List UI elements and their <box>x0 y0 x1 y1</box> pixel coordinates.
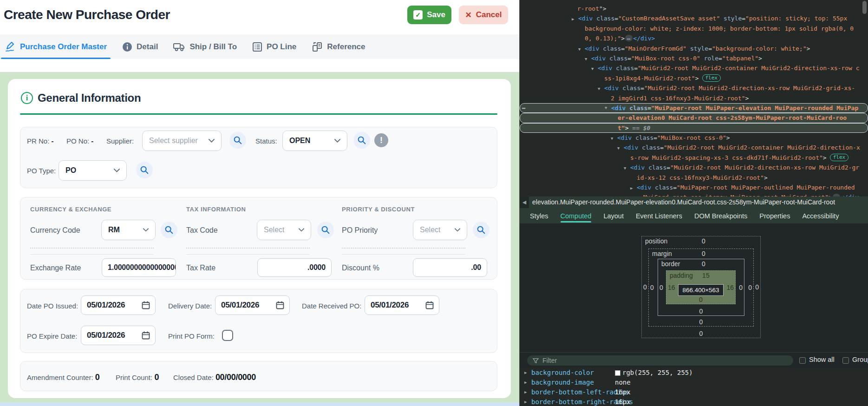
box-model-padding[interactable]: padding 15 16 16 0 866.400×563 <box>666 270 736 304</box>
expand-arrow-icon[interactable]: ▶ <box>524 378 527 387</box>
tax-code-search-button[interactable] <box>317 222 334 238</box>
horizontal-scrollbar[interactable] <box>0 402 519 406</box>
page-title: Create New Purchase Order <box>4 7 170 22</box>
po-priority-placeholder: Select <box>420 226 440 234</box>
search-icon <box>320 225 331 235</box>
node-gutter-dots-icon[interactable]: ⋯ <box>522 104 526 113</box>
date-po-issued-label: Date PO Issued: <box>27 302 78 310</box>
po-expire-date-input[interactable]: 05/01/2026 <box>81 326 156 345</box>
flex-badge[interactable]: flex <box>702 74 721 82</box>
border-left: 0 <box>659 284 663 291</box>
supplier-select[interactable]: Select supplier <box>142 131 222 151</box>
pr-no-label: PR No: - <box>27 137 54 145</box>
elements-tree-node[interactable]: ▼<div class="MainOrderFromGd" style="bac… <box>520 44 868 53</box>
code-token: class <box>593 15 614 22</box>
date-received-po-input[interactable]: 05/01/2026 <box>365 295 439 315</box>
date-received-po-value: 05/01/2026 <box>371 301 409 310</box>
computed-property-row[interactable]: ▶background-imagenone <box>520 378 868 387</box>
expand-arrow-icon[interactable]: ▶ <box>524 397 527 406</box>
elements-tree-node[interactable]: ▶<div class="MuiPaper-root MuiPaper-outl… <box>520 183 868 192</box>
elements-tree-node[interactable]: ▼<div class="MuiGrid2-root MuiGrid2-dire… <box>520 83 868 93</box>
elements-tree-node[interactable]: ⋯▼<div class="MuiPaper-root MuiPaper-ele… <box>520 103 868 113</box>
elements-tree-node[interactable]: ▼<div class="MuiGrid2-root MuiGrid2-cont… <box>520 143 868 152</box>
date-po-issued-input[interactable]: 05/01/2026 <box>81 295 156 315</box>
expand-more-icon[interactable]: … <box>625 35 633 41</box>
computed-property-row[interactable]: ▶border-bottom-left-radius16px <box>520 387 868 397</box>
divider <box>30 248 154 249</box>
property-value: none <box>615 378 631 387</box>
tab-po-line[interactable]: PO Line <box>252 34 296 59</box>
color-swatch[interactable] <box>615 370 620 376</box>
box-model-margin[interactable]: margin 0 0 0 0 border 0 0 0 0 padding 15… <box>648 249 754 327</box>
status-select[interactable]: OPEN <box>282 131 347 151</box>
elements-tree-node[interactable]: ▼<div class="MuiGrid2-root MuiGrid2-cont… <box>520 63 868 73</box>
elements-tree-node[interactable]: er-elevation0 MuiCard-root css-2s58ym-Mu… <box>520 113 868 123</box>
currency-search-button[interactable] <box>161 222 177 238</box>
elements-tree-node[interactable]: ▼<div class="MuiBox-root css-0"> <box>520 133 868 143</box>
tax-code-select[interactable]: Select <box>257 220 311 240</box>
devtools-tab-computed[interactable]: Computed <box>561 208 592 223</box>
code-token: > <box>764 174 768 181</box>
devtools-tab-properties[interactable]: Properties <box>759 208 790 223</box>
elements-tree-node[interactable]: background-color: white; z-index: 1000; … <box>520 24 868 33</box>
elements-tree-node[interactable]: ▼<div class="MuiBox-root css-0" role="ta… <box>520 53 868 63</box>
save-button[interactable]: ✓ Save <box>407 6 451 24</box>
devtools-tab-dom-breakpoints[interactable]: DOM Breakpoints <box>694 208 747 223</box>
tax-rate-input[interactable]: .0000 <box>257 258 332 277</box>
margin-right: 0 <box>748 284 752 291</box>
divider <box>342 248 465 249</box>
filter-input[interactable]: Filter <box>527 355 793 366</box>
flex-badge[interactable]: flex <box>830 154 849 161</box>
supplier-search-button[interactable] <box>229 132 246 149</box>
code-token: ▼ <box>578 45 585 54</box>
expand-arrow-icon[interactable]: ▶ <box>524 387 527 397</box>
devtools-tab-styles[interactable]: Styles <box>530 208 548 223</box>
tab-reference[interactable]: Reference <box>312 34 365 59</box>
status-search-button[interactable] <box>353 132 370 149</box>
property-value-text: none <box>615 378 631 387</box>
devtools-tab-event-listeners[interactable]: Event Listeners <box>636 208 682 223</box>
tab-purchase-order-master[interactable]: Purchase Order Master <box>5 34 107 59</box>
devtools-breadcrumb-bar: ◀ elevation.MuiPaper-rounded.MuiPaper-el… <box>520 196 868 208</box>
tab-detail[interactable]: Detail <box>122 34 158 59</box>
po-type-search-button[interactable] <box>136 162 153 178</box>
breadcrumb-collapse-button[interactable]: ◀ <box>520 196 529 208</box>
elements-tree-node[interactable]: r-root"> <box>520 4 868 13</box>
tab-ship-bill-to[interactable]: Ship / Bill To <box>173 34 237 59</box>
computed-property-row[interactable]: ▶border-bottom-right-radius16px <box>520 397 868 406</box>
devtools-tab-layout[interactable]: Layout <box>603 208 624 223</box>
exchange-rate-label: Exchange Rate <box>30 264 81 272</box>
elements-tree-node[interactable]: 2 imgGird1 css-16fnxy3-MuiGrid2-root"> <box>520 93 868 103</box>
tax-code-label: Tax Code <box>186 226 218 235</box>
po-priority-select[interactable]: Select <box>413 220 467 240</box>
group-checkbox[interactable] <box>842 357 849 364</box>
elements-tree-node[interactable]: id-xs-12 css-16fnxy3-MuiGrid2-root"> <box>520 173 868 183</box>
elements-tree-node[interactable]: ▶<div class="CustomBreadAssetSave asset"… <box>520 13 868 23</box>
delivery-date-input[interactable]: 05/01/2026 <box>215 295 290 315</box>
elements-scrollbar-thumb[interactable] <box>862 1 867 14</box>
po-expire-date-value: 05/01/2026 <box>87 331 125 340</box>
currency-section-header: CURRENCY & EXCHANGE <box>30 206 111 213</box>
currency-code-select[interactable]: RM <box>101 220 156 240</box>
elements-tree-node[interactable]: t"> == $0 <box>520 123 868 133</box>
print-po-form-checkbox[interactable] <box>222 330 233 341</box>
po-type-select[interactable]: PO <box>59 160 127 181</box>
show-all-checkbox[interactable] <box>799 357 806 364</box>
box-model-position[interactable]: position 0 0 0 0 margin 0 0 0 0 border 0… <box>641 236 761 338</box>
po-priority-search-button[interactable] <box>473 222 489 238</box>
computed-property-row[interactable]: ▶background-colorrgb(255, 255, 255) <box>520 368 868 378</box>
devtools-tab-accessibility[interactable]: Accessibility <box>802 208 839 223</box>
status-value: OPEN <box>289 137 310 145</box>
cancel-button[interactable]: ✕ Cancel <box>459 6 508 24</box>
box-model-content[interactable]: 866.400×563 <box>678 284 724 296</box>
elements-tree-node[interactable]: ss-1pi8xg4-MuiGrid2-root">flex <box>520 73 868 83</box>
elements-tree-node[interactable]: 0, 0.13);">…</div> <box>520 33 868 43</box>
elements-tree-node[interactable]: s-row MuiGrid2-spacing-xs-3 css-dkd71f-M… <box>520 153 868 163</box>
elements-tree-node[interactable]: ▼<div class="MuiGrid2-root MuiGrid2-dire… <box>520 163 868 172</box>
code-token: = <box>634 65 638 72</box>
exchange-rate-input[interactable]: 1.0000000000000000 <box>102 258 176 277</box>
box-model-border[interactable]: border 0 0 0 0 padding 15 16 16 0 866.40… <box>658 259 744 316</box>
expand-arrow-icon[interactable]: ▶ <box>524 368 527 378</box>
code-token: </div> <box>633 35 655 42</box>
discount-input[interactable]: .00 <box>413 258 487 277</box>
